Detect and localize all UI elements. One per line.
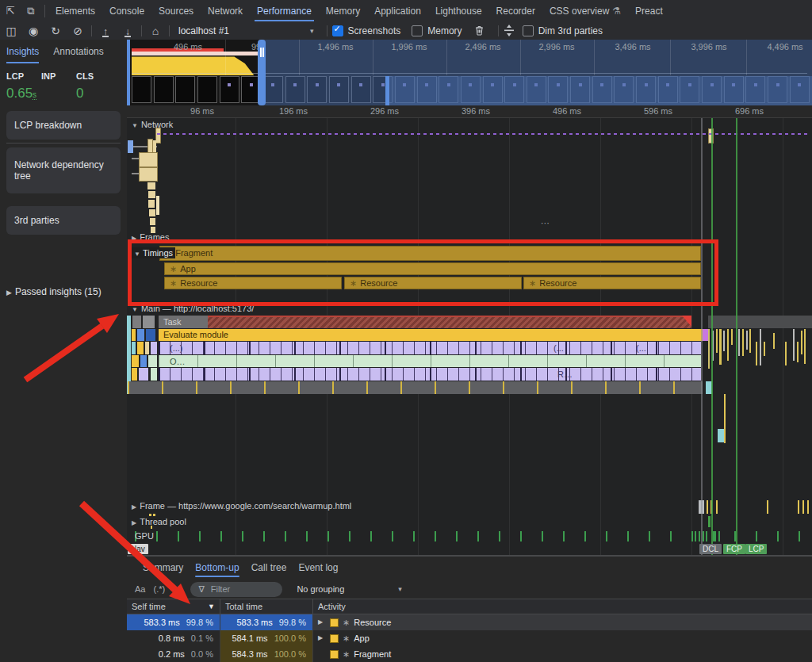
tab-lighthouse[interactable]: Lighthouse (428, 1, 489, 21)
tab-application[interactable]: Application (367, 1, 428, 21)
flame-fragment[interactable] (132, 355, 139, 367)
grouping-caret-icon[interactable]: ▾ (398, 585, 402, 593)
timing-marker-resource[interactable]: ∗Resource (523, 277, 701, 289)
home-icon[interactable]: ⌂ (144, 22, 167, 40)
profile-select-caret-icon[interactable]: ▾ (310, 27, 314, 35)
insight-card-3rd-parties[interactable]: 3rd parties (6, 206, 121, 235)
inp-metric[interactable]: INP (41, 71, 76, 101)
device-toolbar-icon[interactable]: ⧉ (21, 5, 41, 17)
tab-insights[interactable]: Insights (6, 46, 39, 63)
timings-track-header[interactable]: ▼Timings (132, 247, 175, 258)
flame-fragment[interactable] (132, 316, 141, 328)
flame-fragment[interactable] (139, 368, 148, 381)
frame-track-header[interactable]: ▶Frame — https://www.google.com/search/w… (132, 501, 351, 511)
network-request-bar[interactable] (155, 128, 161, 143)
lcp-badge[interactable]: LCP (745, 544, 767, 554)
sort-icon[interactable]: ▼ (208, 599, 215, 614)
tab-recorder[interactable]: Recorder (489, 1, 542, 21)
column-header-total-time[interactable]: Total time (220, 599, 313, 614)
filter-input[interactable] (209, 584, 268, 595)
flame-row-green[interactable] (159, 355, 701, 367)
tab-event-log[interactable]: Event log (298, 561, 338, 576)
flame-fragment[interactable] (132, 368, 137, 381)
tab-elements[interactable]: Elements (48, 1, 102, 21)
table-row[interactable]: 0.2 ms0.0 % 584.3 ms100.0 % ▶ ∗ Fragment (127, 646, 812, 662)
regex-icon[interactable]: (.*) (153, 584, 165, 594)
flame-chart[interactable]: ▼Network ⋯ ▶Frames ∗Fragment ▼Timings ∗A… (127, 118, 812, 555)
flame-fragment[interactable] (146, 329, 155, 341)
tab-css-overview[interactable]: CSS overview⚗ (542, 1, 628, 21)
flame-row-purple[interactable] (159, 368, 701, 381)
evaluate-module-bar[interactable]: Evaluate module (159, 329, 703, 341)
match-case-icon[interactable]: Aa (135, 584, 145, 594)
flame-fragment[interactable] (151, 368, 157, 381)
network-request-bar[interactable] (139, 167, 158, 182)
collect-garbage-icon[interactable] (473, 25, 485, 36)
dim-3rd-parties-label[interactable]: Dim 3rd parties (538, 25, 603, 36)
long-task-bar[interactable] (208, 316, 691, 328)
network-request-bar[interactable] (149, 209, 155, 216)
network-request-bar[interactable] (147, 182, 155, 189)
column-header-self-time[interactable]: Self time ▼ (127, 599, 220, 614)
cls-metric[interactable]: CLS 0 (76, 71, 111, 101)
screenshots-label[interactable]: Screenshots (348, 25, 401, 36)
timing-marker-app[interactable]: ∗App (164, 262, 701, 275)
shortcuts-dialog-icon[interactable] (504, 25, 515, 36)
main-track-header[interactable]: ▼Main — http://localhost:5173/ (132, 304, 254, 313)
timing-marker-resource[interactable]: ∗Resource (164, 277, 342, 289)
table-row[interactable]: 0.8 ms0.1 % 584.1 ms100.0 % ▶ ∗ App (127, 630, 812, 646)
flame-fragment[interactable] (132, 342, 136, 354)
record-icon[interactable]: ◉ (22, 22, 44, 40)
download-profile-icon[interactable]: ↓ (117, 22, 139, 40)
network-request-bar[interactable] (156, 196, 159, 215)
task-bar[interactable]: Task (159, 316, 208, 328)
dim-3rd-parties-checkbox[interactable] (523, 25, 534, 36)
column-header-activity[interactable]: Activity (313, 599, 812, 614)
tab-console[interactable]: Console (102, 1, 151, 21)
flame-fragment[interactable] (151, 342, 157, 354)
frames-track-header[interactable]: ▶Frames (132, 232, 169, 242)
tab-bottom-up[interactable]: Bottom-up (195, 561, 239, 576)
profile-select[interactable]: localhost #1 (178, 25, 229, 36)
expand-icon[interactable]: ▶ (318, 630, 326, 646)
timing-marker-fragment[interactable]: ∗Fragment (159, 246, 701, 261)
timing-marker-resource[interactable]: ∗Resource (344, 277, 522, 289)
insight-card-lcp-breakdown[interactable]: LCP breakdown (6, 111, 121, 140)
fcp-badge[interactable]: FCP (723, 544, 745, 554)
expand-icon[interactable]: ▶ (318, 614, 326, 630)
toggle-sidebar-icon[interactable]: ◫ (0, 22, 22, 40)
network-track-header[interactable]: ▼Network (132, 120, 173, 129)
flame-fragment[interactable] (145, 342, 149, 354)
flame-fragment[interactable] (148, 355, 157, 367)
flame-fragment[interactable] (132, 329, 136, 341)
table-row[interactable]: 583.3 ms99.8 % 583.3 ms99.8 % ▶ ∗ Resour… (127, 614, 812, 630)
screenshot-thumbnail[interactable] (175, 76, 195, 103)
flame-fragment[interactable] (143, 316, 155, 328)
network-request-bar[interactable] (153, 140, 156, 152)
flame-row-grey[interactable] (128, 381, 703, 394)
flame-fragment[interactable] (703, 329, 708, 341)
insight-card-network-dependency-tree[interactable]: Network dependency tree (6, 147, 121, 193)
tab-call-tree[interactable]: Call tree (251, 561, 287, 576)
tab-performance[interactable]: Performance (250, 1, 319, 21)
tab-summary[interactable]: Summary (143, 561, 183, 576)
screenshot-thumbnail[interactable] (220, 76, 239, 103)
upload-profile-icon[interactable]: ↑ (94, 22, 117, 40)
screenshot-thumbnail[interactable] (197, 76, 217, 103)
dcl-badge[interactable]: DCL (699, 544, 722, 554)
tab-annotations[interactable]: Annotations (53, 46, 103, 63)
filmstrip-handle[interactable] (385, 76, 389, 105)
network-request-bar[interactable] (128, 140, 133, 153)
gpu-track-header[interactable]: GPU (135, 531, 154, 541)
flame-fragment[interactable] (137, 342, 144, 354)
tab-sources[interactable]: Sources (151, 1, 201, 21)
task-bar[interactable] (708, 316, 812, 328)
tab-memory[interactable]: Memory (319, 1, 367, 21)
inspect-icon[interactable]: ⇱ (0, 5, 21, 17)
flame-fragment[interactable] (140, 355, 147, 367)
lcp-metric[interactable]: LCP 0.65s (6, 71, 41, 101)
network-request-bar[interactable] (139, 152, 158, 167)
timeline-ruler[interactable]: 96 ms 196 ms 296 ms 396 ms 496 ms 596 ms… (127, 105, 812, 118)
tab-preact[interactable]: Preact (628, 1, 670, 21)
network-request-bar[interactable] (150, 218, 155, 225)
